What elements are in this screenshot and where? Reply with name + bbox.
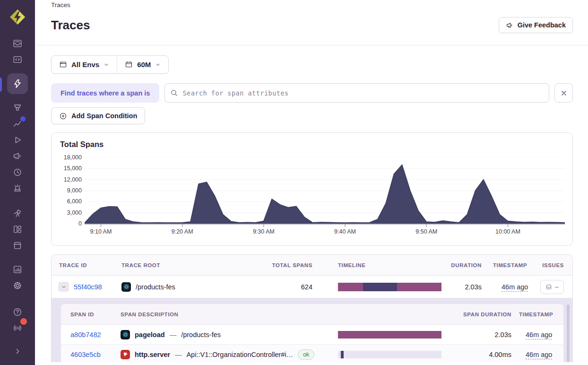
- dashboard-icon: [12, 224, 23, 235]
- sidebar-item-dashboards[interactable]: [9, 221, 26, 237]
- span-id-link[interactable]: 4603e5cb: [70, 351, 101, 358]
- chevron-down-icon: [155, 62, 161, 68]
- ruby-platform-icon: [121, 350, 130, 359]
- trace-timestamp[interactable]: 46m ago: [502, 283, 528, 292]
- spans-scrollbar[interactable]: [567, 304, 570, 362]
- code-folder-icon: [12, 54, 23, 65]
- close-icon: [560, 89, 568, 97]
- span-timestamp[interactable]: 46m ago: [526, 331, 552, 339]
- dash-separator: —: [175, 351, 182, 358]
- span-op: http.server: [135, 351, 170, 358]
- environment-filter-label: All Envs: [71, 61, 99, 69]
- environment-filter[interactable]: All Envs: [52, 56, 117, 73]
- issues-icon: [545, 284, 552, 290]
- notification-dot-blue: [20, 116, 26, 122]
- col-trace-root: Trace Root: [121, 262, 242, 268]
- spans-table: Span ID Span Description Span Duration T…: [61, 304, 563, 362]
- trace-id-link[interactable]: 55f40c98: [74, 283, 102, 291]
- notification-dot-red: [20, 318, 27, 325]
- date-range-filter[interactable]: 60M: [117, 56, 168, 73]
- span-duration: 2.03s: [451, 331, 511, 339]
- sidebar: [0, 0, 35, 365]
- issues-count: –: [555, 283, 558, 290]
- sentry-logo[interactable]: [7, 7, 28, 27]
- sidebar-item-whats-new[interactable]: [9, 320, 26, 336]
- trace-timeline-bar: [338, 283, 441, 291]
- funnel-icon: [12, 103, 23, 113]
- span-description[interactable]: /products-fes: [181, 331, 221, 339]
- clear-search-button[interactable]: [554, 83, 573, 103]
- sidebar-item-profiling[interactable]: [9, 100, 26, 116]
- col-issues: Issues: [535, 262, 572, 268]
- sidebar-item-alerts[interactable]: [9, 180, 26, 196]
- x-tick-label: 9:40 AM: [334, 228, 356, 235]
- plus-circle-icon: [59, 112, 67, 120]
- col-span-description: Span Description: [121, 312, 334, 317]
- sidebar-item-settings[interactable]: [9, 278, 26, 294]
- sidebar-item-help[interactable]: [9, 304, 26, 320]
- active-nav-indicator: [0, 78, 2, 92]
- traces-table: Trace ID Trace Root Total Spans Timeline…: [51, 254, 573, 362]
- sidebar-expand-button[interactable]: [9, 343, 26, 359]
- span-timestamp[interactable]: 46m ago: [526, 351, 552, 359]
- sidebar-item-crons[interactable]: [9, 164, 26, 180]
- span-row: 4603e5cb http.server — Api::V1::Organiza…: [61, 345, 563, 362]
- sidebar-item-feedback[interactable]: [9, 148, 26, 164]
- span-timeline-bar: [338, 351, 441, 358]
- sidebar-item-projects[interactable]: [9, 52, 26, 68]
- y-tick-label: 12,000: [52, 176, 82, 183]
- help-icon: [12, 307, 23, 317]
- span-row: a80b7482 pageload —: [61, 325, 563, 345]
- megaphone-icon: [506, 21, 514, 29]
- trace-issues-button[interactable]: –: [540, 280, 564, 294]
- col-span-duration: Span Duration: [451, 312, 511, 317]
- span-timeline-bar: [338, 331, 441, 339]
- stats-icon: [12, 264, 23, 275]
- span-description[interactable]: Api::V1::OrganizationController#i…: [186, 351, 293, 358]
- page-title: Traces: [51, 18, 90, 33]
- x-tick-label: 9:20 AM: [172, 228, 193, 235]
- date-range-filter-label: 60M: [137, 61, 151, 69]
- play-icon: [12, 135, 23, 145]
- col-trace-id: Trace ID: [52, 262, 121, 268]
- add-span-condition-button[interactable]: Add Span Condition: [51, 107, 145, 124]
- gear-icon: [12, 280, 23, 291]
- sidebar-item-issues[interactable]: [9, 35, 26, 52]
- span-attributes-search-input[interactable]: [164, 83, 549, 103]
- chart-x-ticks: [101, 224, 508, 227]
- span-duration: 4.00ms: [451, 351, 511, 358]
- add-span-condition-label: Add Span Condition: [71, 112, 137, 120]
- span-op: pageload: [135, 331, 165, 339]
- chevron-down-icon: [61, 284, 67, 290]
- sidebar-item-discover[interactable]: [9, 205, 26, 221]
- react-platform-icon: [121, 282, 131, 292]
- sidebar-item-traces[interactable]: [7, 73, 28, 94]
- y-tick-label: 6,000: [52, 198, 82, 205]
- collapse-trace-button[interactable]: [58, 282, 69, 292]
- chart-title: Total Spans: [60, 140, 104, 149]
- col-span-id: Span ID: [61, 312, 121, 317]
- x-tick-label: 10:00 AM: [495, 228, 520, 235]
- trace-root-label[interactable]: /products-fes: [136, 283, 175, 291]
- y-tick-label: 3,000: [52, 209, 82, 217]
- breadcrumb[interactable]: Traces: [51, 1, 70, 9]
- span-status-badge: ok: [298, 349, 314, 360]
- col-duration: Duration: [430, 262, 482, 268]
- search-icon: [170, 89, 178, 97]
- sidebar-item-insights[interactable]: [9, 116, 26, 132]
- page-filter-bar: All Envs 60M: [51, 55, 169, 74]
- siren-icon: [12, 183, 23, 193]
- give-feedback-button[interactable]: Give Feedback: [499, 17, 573, 33]
- trace-row: 55f40c98 /products-fes 624 2.0: [52, 276, 572, 298]
- sidebar-item-replays[interactable]: [9, 132, 26, 148]
- y-tick-label: 15,000: [52, 165, 82, 172]
- sidebar-item-releases[interactable]: [9, 237, 26, 253]
- x-tick-label: 9:10 AM: [90, 228, 112, 235]
- lightning-icon: [12, 78, 23, 89]
- total-spans-chart-panel: Total Spans 18,00015,00012,0009,0006,000…: [51, 132, 573, 246]
- span-id-link[interactable]: a80b7482: [70, 331, 101, 339]
- total-spans-area-chart: [85, 157, 565, 227]
- col-timestamp: Timestamp: [482, 262, 535, 268]
- react-platform-icon: [121, 330, 130, 339]
- sidebar-item-stats[interactable]: [9, 261, 26, 278]
